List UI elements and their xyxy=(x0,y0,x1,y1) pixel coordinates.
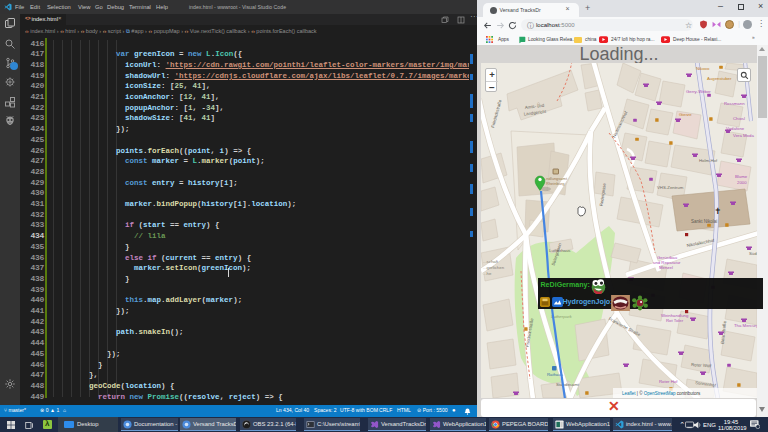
svg-text:Roter Hof: Roter Hof xyxy=(659,379,678,384)
svg-text:Augenstuber: Augenstuber xyxy=(707,76,732,81)
svg-text:Blume: Blume xyxy=(735,174,748,179)
svg-text:VHS-Zentrum: VHS-Zentrum xyxy=(657,185,684,190)
svg-text:Chiosl: Chiosl xyxy=(733,116,745,121)
svg-text:Vera Moda: Vera Moda xyxy=(733,133,754,138)
svg-text:Rheinburg: Rheinburg xyxy=(546,181,564,186)
svg-text:Süde: Süde xyxy=(749,251,757,256)
svg-text:Holm-Hof: Holm-Hof xyxy=(699,158,718,163)
svg-text:Rot Toler: Rot Toler xyxy=(666,318,684,323)
svg-text:2000: 2000 xyxy=(737,180,747,185)
svg-text:Tha Mercury: Tha Mercury xyxy=(734,323,757,328)
svg-text:⌂: ⌂ xyxy=(537,100,540,106)
svg-text:Menzel: Menzel xyxy=(659,265,673,270)
svg-text:✝: ✝ xyxy=(714,206,721,216)
svg-text:Rossmann: Rossmann xyxy=(724,101,745,106)
svg-text:Leaflet | © OpenStreetMap cont: Leaflet | © OpenStreetMap contributors xyxy=(622,390,701,396)
svg-text:Gerry-Weber: Gerry-Weber xyxy=(686,89,711,94)
svg-text:...schaft: ...schaft xyxy=(483,259,499,264)
svg-text:Standesamt: Standesamt xyxy=(556,382,580,387)
svg-text:...gerlichen: ...gerlichen xyxy=(483,265,505,270)
svg-text:...he: ...he xyxy=(483,271,492,276)
svg-text:Gierze: Gierze xyxy=(679,112,692,117)
svg-text:Sankt Nikolai: Sankt Nikolai xyxy=(691,219,717,224)
svg-text:Nikooo: Nikooo xyxy=(696,66,710,71)
